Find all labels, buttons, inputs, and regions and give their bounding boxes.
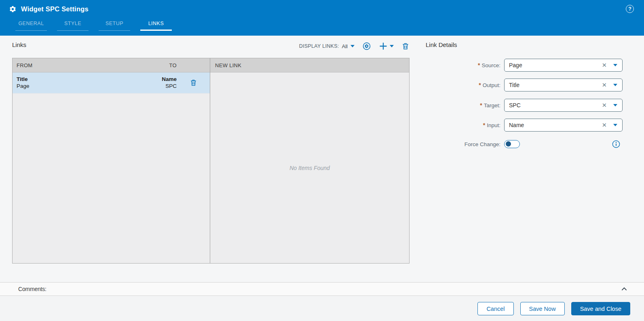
- footer-actions: Cancel Save Now Save and Close: [0, 296, 644, 321]
- target-field-label: *Target:: [426, 102, 504, 108]
- source-value: Page: [505, 62, 602, 68]
- clear-icon[interactable]: ✕: [602, 102, 607, 108]
- links-section-title: Links: [12, 41, 26, 48]
- new-link-body: No Items Found: [210, 72, 409, 263]
- new-link-pane: NEW LINK No Items Found: [210, 58, 409, 263]
- display-links-label: DISPLAY LINKS:: [299, 43, 339, 49]
- from-source-name: Page: [17, 83, 131, 90]
- tab-style[interactable]: STYLE: [57, 18, 89, 36]
- chevron-down-icon[interactable]: [613, 124, 617, 126]
- tab-label: STYLE: [57, 21, 89, 31]
- target-value: SPC: [505, 102, 602, 108]
- help-icon[interactable]: ?: [626, 5, 634, 13]
- clear-icon[interactable]: ✕: [602, 82, 607, 88]
- source-select[interactable]: Page ✕: [504, 59, 623, 72]
- chevron-down-icon: [390, 45, 394, 47]
- toggle-knob: [506, 141, 511, 147]
- auto-link-icon[interactable]: [362, 42, 371, 51]
- plus-icon: [379, 42, 388, 51]
- dialog-title: Widget SPC Settings: [21, 5, 89, 13]
- input-field-label: *Input:: [426, 122, 504, 128]
- force-change-label: Force Change:: [426, 141, 504, 147]
- empty-state-text: No Items Found: [289, 165, 330, 171]
- required-marker: *: [483, 122, 485, 128]
- clear-icon[interactable]: ✕: [602, 122, 607, 128]
- clear-icon[interactable]: ✕: [602, 62, 607, 68]
- tab-label: LINKS: [140, 21, 172, 31]
- input-value: Name: [505, 122, 602, 128]
- gear-icon: [9, 5, 17, 13]
- source-field-label: *Source:: [426, 62, 504, 68]
- info-icon[interactable]: [612, 140, 620, 148]
- existing-links-pane: FROM TO Title Page Name SPC: [13, 58, 210, 263]
- tab-general[interactable]: GENERAL: [15, 18, 47, 36]
- existing-links-body: [13, 94, 210, 263]
- to-input-name: Name: [131, 76, 177, 83]
- save-and-close-button[interactable]: Save and Close: [571, 302, 630, 315]
- force-change-toggle[interactable]: [504, 140, 520, 148]
- required-marker: *: [478, 62, 480, 68]
- chevron-down-icon: [351, 45, 355, 47]
- from-column-header: FROM: [13, 62, 131, 68]
- required-marker: *: [480, 102, 482, 108]
- input-select[interactable]: Name ✕: [504, 119, 623, 132]
- main-content: Links DISPLAY LINKS: All: [0, 36, 644, 282]
- links-table-header: FROM TO: [13, 58, 210, 72]
- tabbar: GENERAL STYLE SETUP LINKS: [0, 18, 644, 36]
- tab-setup[interactable]: SETUP: [99, 18, 130, 36]
- display-links-value: All: [342, 43, 348, 49]
- input-field-row: *Input: Name ✕: [426, 119, 623, 132]
- chevron-down-icon[interactable]: [613, 84, 617, 86]
- link-to-cell: Name SPC: [131, 76, 177, 89]
- output-value: Title: [505, 82, 602, 88]
- link-row-actions: [177, 79, 210, 87]
- from-output-name: Title: [17, 76, 131, 83]
- cancel-button[interactable]: Cancel: [477, 302, 513, 315]
- display-links-dropdown[interactable]: DISPLAY LINKS: All: [299, 43, 355, 49]
- required-marker: *: [479, 82, 481, 88]
- delete-row-icon[interactable]: [190, 79, 197, 87]
- target-field-row: *Target: SPC ✕: [426, 99, 623, 112]
- tab-links[interactable]: LINKS: [140, 18, 172, 36]
- target-select[interactable]: SPC ✕: [504, 99, 623, 112]
- links-toolbar: DISPLAY LINKS: All: [299, 40, 410, 52]
- save-now-button[interactable]: Save Now: [520, 302, 565, 315]
- tab-label: SETUP: [99, 21, 130, 31]
- dialog-titlebar: Widget SPC Settings ?: [0, 0, 644, 18]
- to-target-name: SPC: [131, 83, 177, 90]
- tab-label: GENERAL: [15, 21, 47, 31]
- links-table: FROM TO Title Page Name SPC: [12, 58, 410, 264]
- chevron-up-icon[interactable]: [621, 285, 628, 293]
- comments-label: Comments:: [18, 286, 46, 292]
- link-from-cell: Title Page: [13, 76, 131, 89]
- comments-bar: Comments:: [0, 282, 644, 296]
- link-table-row[interactable]: Title Page Name SPC: [13, 72, 210, 94]
- delete-links-icon[interactable]: [401, 42, 410, 51]
- output-field-label: *Output:: [426, 82, 504, 88]
- new-link-header: NEW LINK: [210, 58, 409, 72]
- chevron-down-icon[interactable]: [613, 64, 617, 66]
- source-field-row: *Source: Page ✕: [426, 59, 623, 72]
- output-select[interactable]: Title ✕: [504, 79, 623, 91]
- new-link-column-header: NEW LINK: [210, 62, 241, 68]
- force-change-row: Force Change:: [426, 140, 623, 149]
- chevron-down-icon[interactable]: [613, 104, 617, 106]
- output-field-row: *Output: Title ✕: [426, 79, 623, 91]
- link-details-title: Link Details: [426, 41, 457, 48]
- to-column-header: TO: [131, 62, 177, 68]
- add-link-dropdown[interactable]: [379, 42, 394, 51]
